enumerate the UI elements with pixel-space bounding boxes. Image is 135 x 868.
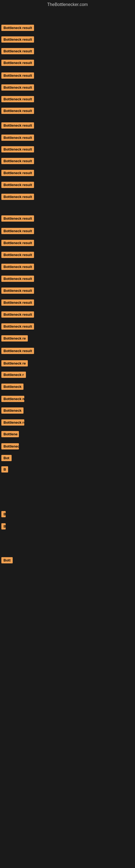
bottleneck-badge-27: Bottleneck result xyxy=(1,348,34,354)
bottleneck-badge-21: Bottleneck result xyxy=(1,276,34,282)
bottleneck-item-27: Bottleneck result xyxy=(1,348,34,354)
bottleneck-item-25: Bottleneck result xyxy=(1,323,34,330)
bottleneck-item-5: Bottleneck result xyxy=(1,72,34,79)
bottleneck-badge-35: Bottleneck xyxy=(1,443,19,450)
bottleneck-badge-12: Bottleneck result xyxy=(1,158,34,164)
bottleneck-item-32: Bottleneck xyxy=(1,407,24,414)
bottleneck-badge-9: Bottleneck result xyxy=(1,122,34,129)
bottleneck-item-18: Bottleneck result xyxy=(1,240,34,246)
bottleneck-item-20: Bottleneck result xyxy=(1,264,34,270)
bottleneck-badge-30: Bottleneck xyxy=(1,383,24,390)
bottleneck-badge-29: Bottleneck r xyxy=(1,372,26,378)
bottleneck-badge-31: Bottleneck n xyxy=(1,396,24,402)
bottleneck-badge-11: Bottleneck result xyxy=(1,146,34,152)
bottleneck-item-1: Bottleneck result xyxy=(1,25,34,31)
bottleneck-item-7: Bottleneck result xyxy=(1,96,34,102)
bottleneck-badge-33: Bottleneck res xyxy=(1,420,24,426)
bottleneck-item-41: B xyxy=(1,511,6,517)
bottleneck-item-9: Bottleneck result xyxy=(1,122,34,129)
bottleneck-badge-6: Bottleneck result xyxy=(1,84,34,91)
bottleneck-item-13: Bottleneck result xyxy=(1,170,34,176)
bottleneck-badge-34: Bottlene xyxy=(1,431,19,437)
bottleneck-item-23: Bottleneck result xyxy=(1,300,34,306)
bottleneck-badge-1: Bottleneck result xyxy=(1,25,34,31)
bottleneck-badge-22: Bottleneck result xyxy=(1,287,34,294)
bottleneck-item-22: Bottleneck result xyxy=(1,287,34,294)
bottleneck-badge-24: Bottleneck result xyxy=(1,311,34,318)
bottleneck-item-21: Bottleneck result xyxy=(1,276,34,282)
bottleneck-badge-18: Bottleneck result xyxy=(1,240,34,246)
bottleneck-badge-19: Bottleneck result xyxy=(1,252,34,258)
bottleneck-badge-15: Bottleneck result xyxy=(1,194,34,200)
bottleneck-badge-32: Bottleneck xyxy=(1,407,24,414)
bottleneck-badge-3: Bottleneck result xyxy=(1,48,34,54)
bottleneck-badge-13: Bottleneck result xyxy=(1,170,34,176)
bottleneck-item-11: Bottleneck result xyxy=(1,146,34,152)
bottleneck-item-16: Bottleneck result xyxy=(1,215,34,222)
site-title: TheBottlenecker.com xyxy=(0,0,135,9)
bottleneck-item-3: Bottleneck result xyxy=(1,48,34,54)
bottleneck-badge-25: Bottleneck result xyxy=(1,323,34,330)
bottleneck-item-19: Bottleneck result xyxy=(1,252,34,258)
bottleneck-item-26: Bottleneck re xyxy=(1,335,28,341)
bottleneck-item-10: Bottleneck result xyxy=(1,134,34,141)
bottleneck-badge-8: Bottleneck result xyxy=(1,108,34,114)
bottleneck-item-12: Bottleneck result xyxy=(1,158,34,164)
bottleneck-item-29: Bottleneck r xyxy=(1,372,26,378)
bottleneck-item-6: Bottleneck result xyxy=(1,84,34,91)
bottleneck-badge-4: Bottleneck result xyxy=(1,60,34,66)
bottleneck-item-33: Bottleneck res xyxy=(1,420,24,426)
bottleneck-badge-37: B xyxy=(1,466,8,472)
bottleneck-item-31: Bottleneck n xyxy=(1,396,24,402)
bottleneck-badge-17: Bottleneck result xyxy=(1,228,34,234)
bottleneck-badge-14: Bottleneck result xyxy=(1,182,34,188)
bottleneck-badge-26: Bottleneck re xyxy=(1,335,28,341)
bottleneck-badge-5: Bottleneck result xyxy=(1,72,34,79)
bottleneck-badge-44: Bott xyxy=(1,557,13,563)
bottleneck-badge-28: Bottleneck re xyxy=(1,360,28,367)
bottleneck-badge-36: Bot xyxy=(1,455,12,461)
bottleneck-badge-16: Bottleneck result xyxy=(1,215,34,222)
bottleneck-badge-2: Bottleneck result xyxy=(1,36,34,42)
bottleneck-item-35: Bottleneck xyxy=(1,443,19,450)
bottleneck-badge-10: Bottleneck result xyxy=(1,134,34,141)
bottleneck-item-24: Bottleneck result xyxy=(1,311,34,318)
bottleneck-item-17: Bottleneck result xyxy=(1,228,34,234)
bottleneck-item-36: Bot xyxy=(1,455,12,461)
bottleneck-item-44: Bott xyxy=(1,557,13,563)
bottleneck-item-4: Bottleneck result xyxy=(1,60,34,66)
bottleneck-item-28: Bottleneck re xyxy=(1,360,28,367)
bottleneck-badge-7: Bottleneck result xyxy=(1,96,34,102)
bottleneck-item-8: Bottleneck result xyxy=(1,108,34,114)
bottleneck-badge-41: B xyxy=(1,511,6,517)
bottleneck-item-34: Bottlene xyxy=(1,431,19,437)
bottleneck-badge-42: Bott xyxy=(1,523,6,529)
bottleneck-item-2: Bottleneck result xyxy=(1,36,34,42)
bottleneck-item-37: B xyxy=(1,466,8,472)
bottleneck-item-30: Bottleneck xyxy=(1,383,24,390)
bottleneck-item-14: Bottleneck result xyxy=(1,182,34,188)
bottleneck-badge-23: Bottleneck result xyxy=(1,300,34,306)
bottleneck-item-42: Bott xyxy=(1,523,6,529)
bottleneck-badge-20: Bottleneck result xyxy=(1,264,34,270)
bottleneck-item-15: Bottleneck result xyxy=(1,194,34,200)
